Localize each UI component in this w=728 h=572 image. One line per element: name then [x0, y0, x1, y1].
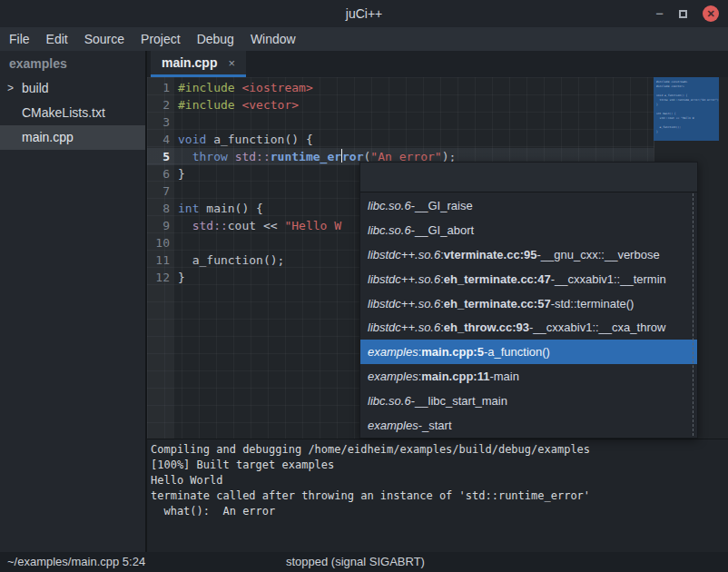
token-def [178, 150, 192, 163]
tree-item-label: main.cpp [22, 125, 74, 150]
menu-item-debug[interactable]: Debug [189, 27, 242, 51]
backtrace-lib: libstdc++.so.6 [368, 321, 440, 334]
backtrace-item[interactable]: libc.so.6 - __libc_start_main [360, 389, 697, 413]
menu-bar: FileEditSourceProjectDebugWindow [0, 27, 728, 51]
backtrace-location: main.cpp:11 [421, 370, 489, 383]
terminal-line: Hello World [151, 473, 728, 488]
line-number: 11 [147, 251, 174, 269]
backtrace-location: eh_terminate.cc:57 [444, 297, 551, 311]
token-str: <iostream> [241, 81, 312, 94]
code-line: 2#include <vector> [147, 96, 728, 113]
tree-item-label: CMakeLists.txt [22, 101, 105, 125]
window-title: juCi++ [346, 0, 382, 27]
menu-item-edit[interactable]: Edit [38, 27, 76, 51]
status-file-position: ~/examples/main.cpp 5:24 [7, 552, 145, 572]
token-pp: #include [178, 81, 241, 94]
token-def: main() { [199, 202, 262, 215]
menu-item-source[interactable]: Source [76, 27, 133, 51]
token-def [178, 219, 192, 232]
token-def: } [178, 271, 185, 284]
backtrace-lib: examples [368, 345, 418, 359]
code-text: std::cout << "Hello W [174, 217, 341, 234]
backtrace-item[interactable]: libstdc++.so.6:eh_terminate.cc:57 - std:… [360, 291, 697, 316]
terminal-output[interactable]: Compiling and debugging /home/eidheim/ex… [147, 439, 728, 552]
code-text: void a_function() { [174, 131, 313, 148]
title-bar: juCi++ − ✕ [0, 0, 728, 27]
backtrace-item[interactable]: libc.so.6 - __GI_abort [360, 218, 697, 242]
tab-bar: main.cpp × [147, 51, 728, 77]
menu-item-file[interactable]: File [1, 27, 38, 51]
token-def: } [178, 167, 185, 181]
line-number: 6 [147, 165, 174, 182]
tab-main-cpp[interactable]: main.cpp × [151, 51, 246, 77]
line-number: 3 [147, 113, 174, 131]
backtrace-lib: libstdc++.so.6 [368, 272, 440, 286]
backtrace-function: __GI_raise [415, 199, 473, 212]
backtrace-item[interactable]: examples - _start [360, 413, 697, 438]
backtrace-item[interactable]: libstdc++.so.6:vterminate.cc:95 - __gnu_… [360, 242, 697, 267]
menu-item-project[interactable]: Project [133, 27, 189, 51]
tab-label: main.cpp [162, 55, 217, 70]
backtrace-lib: examples [368, 419, 418, 432]
line-number: 9 [147, 217, 174, 234]
backtrace-item[interactable]: examples:main.cpp:5 - a_function() [360, 340, 697, 364]
terminal-line: what(): An error [151, 504, 728, 519]
tree-item-label: build [22, 76, 49, 101]
menu-item-window[interactable]: Window [242, 27, 304, 51]
line-number: 4 [147, 131, 174, 148]
close-icon[interactable]: ✕ [703, 5, 719, 22]
code-text: } [174, 269, 185, 286]
restore-icon[interactable] [679, 10, 687, 18]
backtrace-location: vterminate.cc:95 [444, 248, 537, 261]
popup-scrollbar[interactable] [693, 193, 694, 436]
chevron-right-icon[interactable]: > [7, 76, 20, 101]
backtrace-item[interactable]: libc.so.6 - __GI_raise [360, 193, 697, 218]
backtrace-item[interactable]: libstdc++.so.6:eh_throw.cc:93 - __cxxabi… [360, 316, 697, 340]
token-ns: std:: [235, 150, 271, 163]
token-type: runtime_er [271, 150, 341, 163]
backtrace-popup: libc.so.6 - __GI_raiselibc.so.6 - __GI_a… [359, 162, 698, 439]
token-str: "Hello W [284, 219, 341, 232]
backtrace-item[interactable]: libstdc++.so.6:eh_terminate.cc:47 - __cx… [360, 267, 697, 291]
token-pp: #include [178, 98, 241, 112]
backtrace-lib: libstdc++.so.6 [368, 248, 440, 261]
token-ns: std:: [192, 219, 228, 232]
code-line: 1#include <iostream> [147, 79, 728, 96]
backtrace-search-entry[interactable] [360, 163, 697, 192]
file-tree: >buildCMakeLists.txtmain.cpp [0, 76, 145, 150]
minimap[interactable]: #include <iostream>#include <vector> voi… [654, 77, 719, 141]
terminal-line: terminate called after throwing an insta… [151, 488, 728, 504]
backtrace-function: __libc_start_main [415, 394, 507, 408]
backtrace-location: eh_throw.cc:93 [444, 321, 529, 334]
file-sidebar: examples >buildCMakeLists.txtmain.cpp [0, 51, 145, 552]
backtrace-function: std::terminate() [555, 297, 634, 311]
token-kw: void [178, 133, 206, 146]
backtrace-function: main [494, 370, 519, 383]
code-text [174, 113, 178, 131]
tab-close-icon[interactable]: × [228, 56, 235, 70]
tree-item-cmakelists-txt[interactable]: CMakeLists.txt [0, 101, 145, 125]
code-text [174, 234, 178, 251]
code-text: a_function(); [174, 251, 284, 269]
minimap-line: } [656, 130, 719, 134]
tree-item-main-cpp[interactable]: main.cpp [0, 125, 145, 150]
backtrace-function: _start [422, 419, 452, 432]
backtrace-function: __gnu_cxx::__verbose [541, 248, 660, 261]
token-def [228, 150, 235, 163]
code-text: #include <iostream> [174, 79, 313, 96]
token-def: a_function() { [206, 133, 312, 146]
backtrace-location: eh_terminate.cc:47 [444, 272, 551, 286]
token-str: <vector> [241, 98, 299, 112]
minimize-icon[interactable]: − [655, 0, 664, 27]
code-text: } [174, 165, 185, 182]
project-name-header: examples [0, 51, 145, 76]
backtrace-lib: libc.so.6 [368, 223, 411, 237]
backtrace-item[interactable]: examples:main.cpp:11 - main [360, 364, 697, 389]
code-text: int main() { [174, 200, 263, 217]
token-def: a_function(); [178, 253, 284, 267]
code-line: 3 [147, 113, 728, 131]
backtrace-function: __cxxabiv1::__cxa_throw [533, 321, 665, 334]
terminal-line: [100%] Built target examples [151, 458, 728, 473]
code-line: 4void a_function() { [147, 131, 728, 148]
tree-item-build[interactable]: >build [0, 76, 145, 101]
